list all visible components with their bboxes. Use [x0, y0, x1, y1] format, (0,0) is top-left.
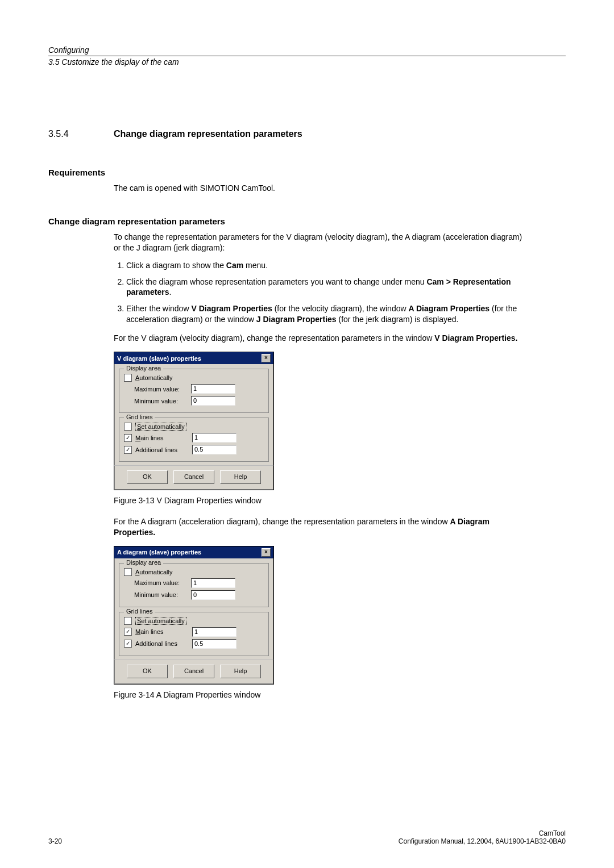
- max-value-input[interactable]: 1: [191, 384, 235, 394]
- automatically-checkbox[interactable]: [124, 568, 132, 576]
- grid-lines-legend: Grid lines: [124, 608, 155, 615]
- main-lines-checkbox[interactable]: ✓: [124, 434, 132, 442]
- step-2-text-a: Click the diagram whose representation p…: [126, 277, 426, 286]
- additional-lines-label: Additional lines: [135, 640, 192, 647]
- max-value-input[interactable]: 1: [191, 578, 235, 588]
- dialog-title-text: A diagram (slave) properties: [117, 549, 201, 556]
- main-lines-label: Main lines: [135, 435, 192, 441]
- main-lines-label: Main lines: [135, 628, 192, 635]
- dialog-titlebar: V diagram (slave) properties ×: [114, 352, 273, 364]
- cancel-button[interactable]: Cancel: [173, 470, 214, 484]
- header-chapter: Configuring: [48, 45, 566, 55]
- step-1-text-c: menu.: [243, 261, 268, 270]
- requirements-heading: Requirements: [48, 168, 566, 177]
- page-footer: 3-20 CamTool Configuration Manual, 12.20…: [48, 829, 566, 845]
- close-icon[interactable]: ×: [262, 354, 271, 362]
- dialog-button-row: OK Cancel Help: [114, 660, 273, 684]
- cancel-button[interactable]: Cancel: [173, 665, 214, 678]
- set-automatically-checkbox[interactable]: [124, 617, 132, 625]
- step-3-bold-b: V Diagram Properties: [191, 304, 272, 313]
- close-icon[interactable]: ×: [262, 548, 271, 557]
- help-button[interactable]: Help: [220, 470, 261, 484]
- step-3-bold-f: J Diagram Properties: [256, 315, 337, 324]
- section-title: Change diagram representation parameters: [114, 129, 302, 139]
- step-3-bold-d: A Diagram Properties: [408, 304, 489, 313]
- automatically-checkbox[interactable]: [124, 374, 132, 382]
- dialog-button-row: OK Cancel Help: [114, 465, 273, 490]
- additional-lines-checkbox[interactable]: ✓: [124, 640, 132, 648]
- grid-lines-group: Grid lines Set automatically ✓ Main line…: [119, 612, 269, 656]
- display-area-group: Display area Automatically Maximum value…: [119, 563, 269, 607]
- dialog-titlebar: A diagram (slave) properties ×: [114, 546, 273, 558]
- note-v-diagram: For the V diagram (velocity diagram), ch…: [114, 333, 523, 344]
- set-automatically-label: Set automatically: [135, 423, 186, 431]
- procedure-steps: Click a diagram to show the Cam menu. Cl…: [114, 260, 523, 325]
- procedure-heading: Change diagram representation parameters: [48, 216, 566, 226]
- note-v-text: For the V diagram (velocity diagram), ch…: [114, 333, 434, 343]
- step-1: Click a diagram to show the Cam menu.: [126, 260, 523, 271]
- help-button[interactable]: Help: [220, 665, 261, 678]
- ok-button[interactable]: OK: [127, 470, 168, 484]
- ok-button[interactable]: OK: [127, 665, 168, 678]
- min-value-input[interactable]: 0: [191, 590, 235, 600]
- main-lines-input[interactable]: 1: [192, 433, 237, 443]
- display-area-group: Display area Automatically Maximum value…: [119, 369, 269, 413]
- additional-lines-label: Additional lines: [135, 446, 192, 453]
- header-section: 3.5 Customize the display of the cam: [48, 56, 566, 66]
- dialog-title-text: V diagram (slave) properties: [117, 355, 201, 362]
- step-3-text-c: (for the velocity diagram), the window: [272, 304, 409, 313]
- additional-lines-input[interactable]: 0.5: [192, 445, 237, 454]
- max-value-label: Maximum value:: [134, 386, 191, 393]
- page-number: 3-20: [48, 837, 62, 845]
- figure-3-13-caption: Figure 3-13 V Diagram Properties window: [114, 496, 566, 505]
- max-value-label: Maximum value:: [134, 579, 191, 586]
- step-2-text-c: .: [169, 287, 172, 297]
- section-number: 3.5.4: [48, 129, 114, 139]
- a-diagram-properties-dialog: A diagram (slave) properties × Display a…: [114, 546, 274, 685]
- automatically-label: Automatically: [135, 374, 172, 381]
- step-3-text-a: Either the window: [126, 304, 191, 313]
- set-automatically-checkbox[interactable]: [124, 423, 132, 431]
- step-1-bold: Cam: [226, 261, 243, 270]
- additional-lines-input[interactable]: 0.5: [192, 639, 237, 649]
- grid-lines-group: Grid lines Set automatically ✓ Main line…: [119, 418, 269, 462]
- note-a-text: For the A diagram (acceleration diagram)…: [114, 517, 450, 526]
- note-a-diagram: For the A diagram (acceleration diagram)…: [114, 516, 523, 538]
- main-lines-input[interactable]: 1: [192, 627, 237, 637]
- procedure-intro: To change the representation parameters …: [114, 232, 523, 253]
- display-area-legend: Display area: [124, 365, 163, 372]
- main-lines-checkbox[interactable]: ✓: [124, 628, 132, 636]
- footer-product: CamTool: [399, 829, 566, 837]
- step-2: Click the diagram whose representation p…: [126, 277, 523, 298]
- display-area-legend: Display area: [124, 559, 163, 566]
- step-1-text-a: Click a diagram to show the: [126, 261, 226, 270]
- min-value-label: Minimum value:: [134, 591, 191, 598]
- v-diagram-properties-dialog: V diagram (slave) properties × Display a…: [114, 352, 274, 490]
- footer-doc-id: Configuration Manual, 12.2004, 6AU1900-1…: [399, 837, 566, 845]
- requirements-text: The cam is opened with SIMOTION CamTool.: [114, 183, 523, 194]
- additional-lines-checkbox[interactable]: ✓: [124, 446, 132, 454]
- step-3-text-g: (for the jerk diagram) is displayed.: [337, 315, 459, 324]
- note-v-bold: V Diagram Properties.: [434, 333, 517, 343]
- step-3: Either the window V Diagram Properties (…: [126, 303, 523, 325]
- set-automatically-label: Set automatically: [135, 617, 186, 625]
- min-value-label: Minimum value:: [134, 398, 191, 404]
- min-value-input[interactable]: 0: [191, 396, 235, 406]
- figure-3-14-caption: Figure 3-14 A Diagram Properties window: [114, 690, 566, 699]
- grid-lines-legend: Grid lines: [124, 414, 155, 420]
- automatically-label: Automatically: [135, 569, 172, 575]
